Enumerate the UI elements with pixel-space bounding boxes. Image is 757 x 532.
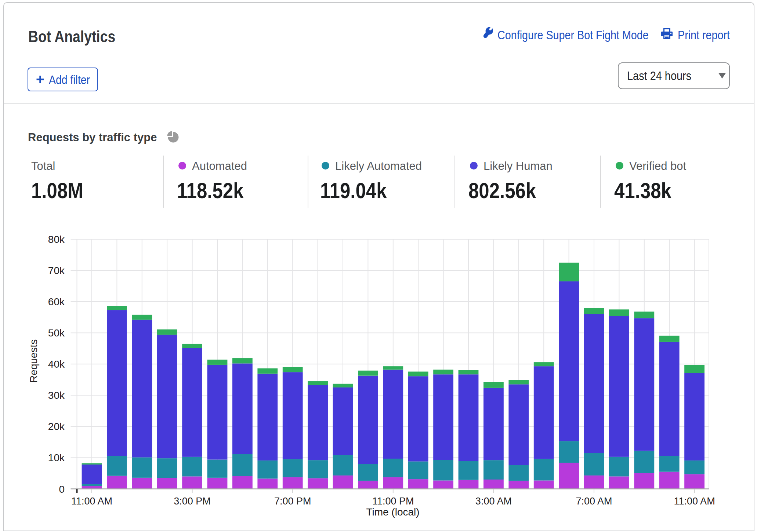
svg-text:80k: 80k: [48, 234, 65, 245]
svg-text:Time (local): Time (local): [366, 506, 419, 518]
svg-text:0: 0: [59, 484, 65, 495]
svg-text:Requests: Requests: [28, 339, 39, 383]
svg-text:11:00 PM: 11:00 PM: [372, 496, 414, 507]
svg-text:60k: 60k: [48, 296, 65, 307]
svg-text:10k: 10k: [48, 452, 65, 463]
svg-text:50k: 50k: [48, 327, 65, 339]
svg-text:11:00 AM: 11:00 AM: [674, 496, 715, 507]
svg-text:3:00 AM: 3:00 AM: [475, 496, 512, 507]
svg-text:3:00 PM: 3:00 PM: [174, 496, 211, 507]
svg-text:30k: 30k: [48, 390, 65, 401]
svg-text:7:00 PM: 7:00 PM: [274, 496, 311, 507]
svg-text:70k: 70k: [48, 265, 65, 276]
svg-text:11:00 AM: 11:00 AM: [71, 496, 112, 507]
svg-text:20k: 20k: [48, 421, 65, 432]
svg-text:7:00 AM: 7:00 AM: [576, 496, 612, 507]
svg-text:40k: 40k: [48, 358, 65, 370]
